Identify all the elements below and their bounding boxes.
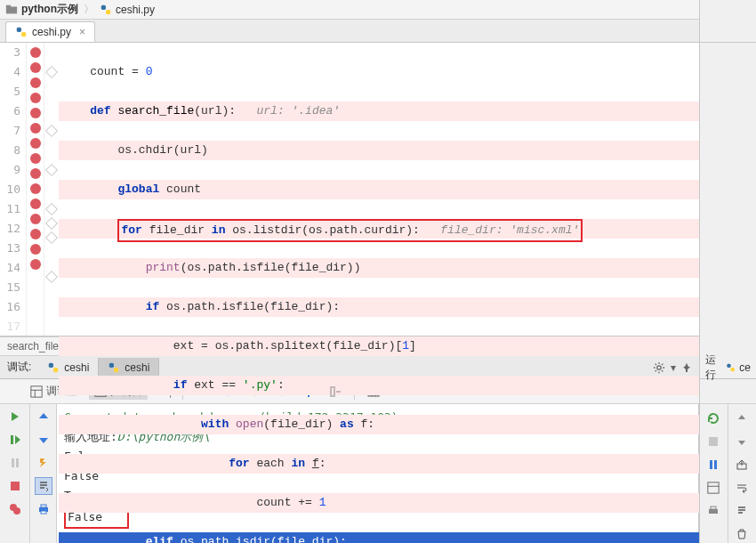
python-file-icon xyxy=(100,4,112,16)
breadcrumb-function[interactable]: search_file() xyxy=(7,340,66,353)
up-stack-button[interactable] xyxy=(35,408,52,425)
svg-rect-6 xyxy=(49,362,53,367)
fold-marker-icon[interactable] xyxy=(45,125,58,137)
breadcrumb-project[interactable]: python示例 xyxy=(5,2,78,17)
rerun-button[interactable] xyxy=(704,409,722,427)
fold-marker-icon[interactable] xyxy=(45,271,58,283)
svg-rect-2 xyxy=(101,4,106,9)
print-button[interactable] xyxy=(704,502,722,520)
python-file-icon xyxy=(726,361,736,374)
svg-rect-0 xyxy=(6,6,17,13)
code-area[interactable]: count = 0 def search_file(url): url: '.i… xyxy=(59,43,699,336)
svg-rect-26 xyxy=(41,505,46,507)
breakpoint-icon[interactable] xyxy=(30,62,41,73)
svg-rect-27 xyxy=(41,511,46,514)
svg-rect-31 xyxy=(710,460,712,469)
svg-rect-5 xyxy=(21,32,26,36)
editor-tabs: ceshi.py × xyxy=(0,20,699,43)
svg-rect-29 xyxy=(731,368,735,371)
stop-button[interactable] xyxy=(6,477,24,495)
down-stack-button[interactable] xyxy=(35,431,52,449)
svg-rect-36 xyxy=(711,507,716,509)
breakpoint-icon[interactable] xyxy=(30,153,41,164)
folder-icon xyxy=(5,4,18,16)
scroll-to-end-button[interactable] xyxy=(35,477,52,495)
breakpoint-icon[interactable] xyxy=(30,77,41,88)
up-button[interactable] xyxy=(733,409,751,427)
run-to-cursor-button[interactable] xyxy=(327,384,343,400)
stop-button[interactable] xyxy=(704,433,722,450)
fold-marker-icon[interactable] xyxy=(45,164,58,176)
svg-rect-35 xyxy=(709,509,718,514)
svg-rect-20 xyxy=(12,458,14,467)
down-button[interactable] xyxy=(733,433,751,450)
wrap-button[interactable] xyxy=(733,479,751,497)
print-button[interactable] xyxy=(35,500,52,518)
fold-gutter[interactable] xyxy=(44,43,59,336)
svg-rect-7 xyxy=(53,368,58,372)
svg-rect-4 xyxy=(17,28,21,32)
breakpoint-icon[interactable] xyxy=(30,108,41,118)
breakpoint-icon[interactable] xyxy=(30,259,41,270)
breakpoint-icon[interactable] xyxy=(30,214,41,224)
resume-button[interactable] xyxy=(6,431,24,449)
code-editor[interactable]: 34567891011121314151617 count = 0 def s xyxy=(0,43,699,336)
export-button[interactable] xyxy=(733,456,751,474)
breakpoint-icon[interactable] xyxy=(30,123,41,134)
chevron-right-icon: 〉 xyxy=(84,2,94,17)
pause-button[interactable] xyxy=(704,456,722,474)
breakpoint-icon[interactable] xyxy=(30,183,41,194)
debug-panel-label: 调试: xyxy=(0,360,38,375)
breadcrumb-file[interactable]: ceshi.py xyxy=(100,4,155,16)
breakpoint-icon[interactable] xyxy=(30,138,41,149)
breakpoint-icon[interactable] xyxy=(30,199,41,209)
breakpoint-icon[interactable] xyxy=(30,168,41,179)
svg-rect-19 xyxy=(11,435,13,444)
layout-button[interactable] xyxy=(704,479,722,497)
layout-icon xyxy=(30,385,43,398)
breakpoint-icon[interactable] xyxy=(30,229,41,239)
run-panel-header[interactable]: 运行 ce xyxy=(700,356,756,379)
exception-button[interactable] xyxy=(35,454,52,472)
breakpoint-icon[interactable] xyxy=(30,47,41,58)
rerun-button[interactable] xyxy=(6,408,24,425)
python-file-icon xyxy=(15,26,28,38)
fold-marker-icon[interactable] xyxy=(45,217,58,230)
trash-button[interactable] xyxy=(733,525,751,543)
fold-marker-icon[interactable] xyxy=(45,203,58,215)
close-icon[interactable]: × xyxy=(79,26,85,38)
svg-rect-1 xyxy=(6,4,11,7)
view-breakpoints-button[interactable] xyxy=(6,500,24,518)
svg-rect-33 xyxy=(708,482,719,493)
svg-rect-22 xyxy=(11,482,20,490)
right-panel: 运行 ce xyxy=(699,0,756,543)
debug-controls-strip xyxy=(0,404,30,543)
svg-rect-3 xyxy=(106,10,110,14)
line-numbers: 34567891011121314151617 xyxy=(0,43,27,336)
breakpoint-icon[interactable] xyxy=(30,93,41,103)
svg-point-24 xyxy=(13,507,20,515)
pause-button[interactable] xyxy=(6,454,24,472)
fold-marker-icon[interactable] xyxy=(45,231,58,244)
tab-label: ceshi.py xyxy=(32,26,71,38)
breakpoint-gutter[interactable] xyxy=(27,43,44,336)
tab-ceshi[interactable]: ceshi.py × xyxy=(5,21,95,42)
svg-rect-32 xyxy=(714,460,717,469)
breakpoint-icon[interactable] xyxy=(30,244,41,255)
breadcrumb: python示例 〉 ceshi.py xyxy=(0,0,699,20)
svg-rect-30 xyxy=(709,437,718,446)
scroll-end-button[interactable] xyxy=(733,502,751,520)
fold-marker-icon[interactable] xyxy=(45,66,58,78)
svg-rect-11 xyxy=(31,385,42,396)
console-controls-strip xyxy=(30,404,57,543)
svg-rect-21 xyxy=(16,458,19,467)
svg-rect-28 xyxy=(728,363,731,367)
